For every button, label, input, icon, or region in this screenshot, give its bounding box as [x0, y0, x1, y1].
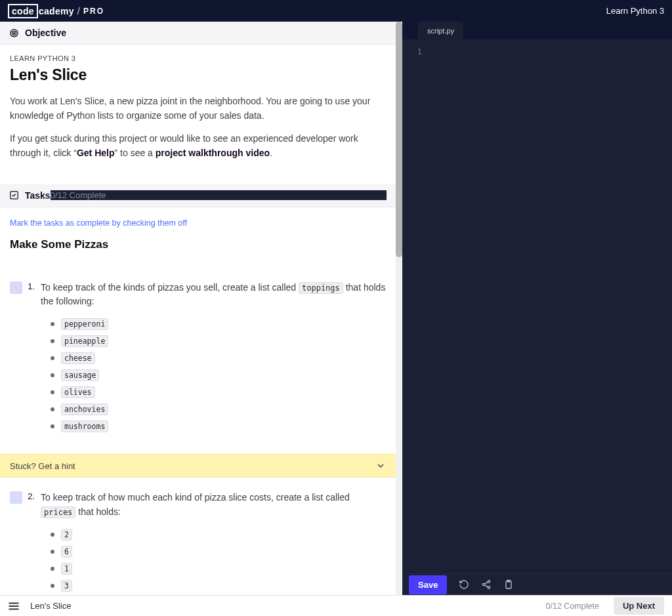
list-item: 1	[51, 563, 386, 575]
bullet-icon	[51, 584, 54, 588]
menu-icon[interactable]	[8, 602, 20, 611]
bullet-icon	[51, 373, 54, 377]
code-toppings: toppings	[299, 282, 343, 294]
main: Objective LEARN PYTHON 3 Len's Slice You…	[0, 22, 672, 595]
bullet-icon	[51, 407, 54, 411]
lesson-para2: If you get stuck during this project or …	[10, 132, 386, 160]
logo-box: code	[8, 4, 38, 18]
bullet-icon	[51, 533, 54, 537]
bottom-status: 0/12 Complete	[546, 602, 599, 611]
list-item: olives	[51, 386, 386, 398]
logo[interactable]: code cademy / PRO	[8, 4, 104, 18]
list-item: mushrooms	[51, 421, 386, 432]
bottom-title: Len's Slice	[30, 601, 71, 611]
svg-line-8	[485, 585, 488, 587]
task-2-top: 2. To keep track of how much each kind o…	[10, 491, 386, 519]
hint-label: Stuck? Get a hint	[10, 461, 75, 471]
objective-label: Objective	[25, 28, 66, 38]
bullet-icon	[51, 322, 54, 326]
task-1-list: pepperoni pineapple cheese sausage olive…	[51, 318, 386, 432]
checklist-icon	[9, 190, 19, 200]
share-icon[interactable]	[481, 579, 492, 590]
list-item: 3	[51, 580, 386, 592]
bottom-bar: Len's Slice 0/12 Complete Up Next	[0, 595, 672, 616]
list-item: 6	[51, 546, 386, 558]
logo-slash: /	[77, 6, 80, 16]
svg-point-5	[483, 583, 485, 585]
bullet-icon	[51, 390, 54, 394]
editor-tabs: script.py	[402, 22, 672, 39]
logo-pro: PRO	[83, 7, 104, 16]
task-2-checkbox[interactable]	[10, 491, 22, 504]
task-1-text: To keep track of the kinds of pizzas you…	[41, 281, 386, 309]
lesson-area: LEARN PYTHON 3 Len's Slice You work at L…	[0, 45, 396, 184]
bullet-icon	[51, 424, 54, 428]
task-2-text: To keep track of how much each kind of p…	[41, 491, 386, 519]
logo-rest: cademy	[39, 6, 74, 16]
save-button[interactable]: Save	[409, 575, 447, 594]
tasks-status: 0/12 Complete	[51, 190, 387, 200]
lesson-title: Len's Slice	[10, 66, 386, 84]
mark-complete-note: Mark the tasks as complete by checking t…	[0, 207, 396, 232]
lesson-body: You work at Len's Slice, a new pizza joi…	[10, 94, 386, 161]
line-number: 1	[402, 47, 422, 56]
bullet-icon	[51, 356, 54, 360]
list-item: sausage	[51, 369, 386, 381]
editor-panel: script.py 1 Save	[402, 22, 672, 595]
tasks-bar: Tasks 0/12 Complete	[0, 184, 396, 207]
top-header: code cademy / PRO Learn Python 3	[0, 0, 672, 22]
tasks-label: Tasks	[25, 190, 51, 201]
list-item: anchovies	[51, 403, 386, 415]
tab-script[interactable]: script.py	[418, 22, 463, 39]
svg-point-4	[488, 581, 490, 583]
course-name[interactable]: Learn Python 3	[606, 6, 664, 16]
clipboard-icon[interactable]	[503, 579, 514, 590]
scrollbar-track[interactable]	[396, 22, 402, 595]
task-1: 1. To keep track of the kinds of pizzas …	[0, 251, 396, 454]
svg-line-7	[485, 582, 488, 584]
lesson-kicker: LEARN PYTHON 3	[10, 54, 386, 62]
scrollbar-thumb[interactable]	[396, 22, 402, 257]
editor-toolbar: Save	[402, 573, 672, 595]
hint-bar-1[interactable]: Stuck? Get a hint	[0, 454, 396, 478]
list-item: pepperoni	[51, 318, 386, 330]
task-1-num: 1.	[28, 281, 37, 291]
chevron-down-icon	[375, 461, 386, 471]
up-next-button[interactable]: Up Next	[614, 597, 664, 615]
list-item: cheese	[51, 352, 386, 364]
task-2-num: 2.	[28, 491, 37, 501]
list-item: 2	[51, 529, 386, 541]
objective-bar: Objective	[0, 22, 396, 45]
task-1-checkbox[interactable]	[10, 281, 22, 294]
task-2-list: 2 6 1 3 2 7 2	[51, 529, 386, 596]
instructions-scroll[interactable]: Objective LEARN PYTHON 3 Len's Slice You…	[0, 22, 396, 595]
lesson-para1: You work at Len's Slice, a new pizza joi…	[10, 94, 386, 123]
refresh-icon[interactable]	[459, 579, 469, 590]
editor-gutter: 1	[402, 47, 427, 56]
list-item: pineapple	[51, 335, 386, 347]
task-1-top: 1. To keep track of the kinds of pizzas …	[10, 281, 386, 309]
target-icon	[9, 28, 19, 38]
bullet-icon	[51, 567, 54, 571]
task-group-title: Make Some Pizzas	[0, 232, 396, 251]
code-prices: prices	[41, 506, 75, 518]
instructions-panel: Objective LEARN PYTHON 3 Len's Slice You…	[0, 22, 402, 595]
svg-point-6	[488, 586, 490, 588]
task-2: 2. To keep track of how much each kind o…	[0, 478, 396, 595]
bullet-icon	[51, 339, 54, 343]
bullet-icon	[51, 550, 54, 554]
svg-point-2	[14, 32, 15, 33]
code-editor[interactable]: 1	[402, 39, 672, 573]
